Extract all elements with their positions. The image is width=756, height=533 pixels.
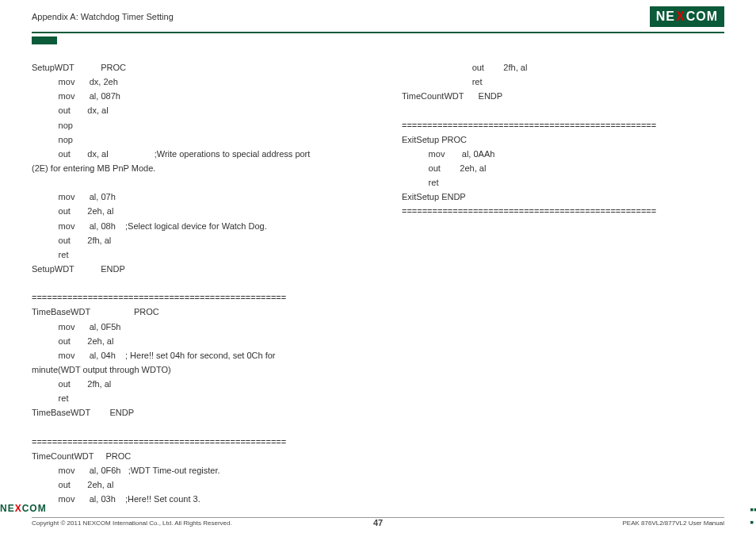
page-number: 47 [373,518,383,527]
appendix-title: Appendix A: Watchdog Timer Setting [32,12,174,21]
code-line: mov al, 0F6h ;WDT Time-out register. [32,463,354,477]
footer-squares-icon: ▪ ▪▪ [750,503,756,528]
code-line: out 2eh, al [32,477,354,492]
code-line: TimeCountWDT ENDP [402,89,724,103]
code-line: out 2fh, al [32,377,354,391]
header-divider [32,32,724,33]
code-line: SetupWDT ENDP [32,262,354,276]
code-line: mov al, 087h [32,89,354,103]
code-line: ret [32,247,354,262]
code-line: nop [32,132,354,147]
code-line: SetupWDT PROC [32,60,354,75]
code-content: SetupWDT PROC mov dx, 2eh mov al, 087h o… [0,44,756,506]
code-line: ========================================… [32,290,354,305]
code-line: TimeCountWDT PROC [32,449,354,463]
code-line: mov al, 04h ; Here!! set 04h for second,… [32,348,354,362]
accent-block [32,36,57,44]
code-line: ========================================… [32,435,354,449]
footer-logo: NEXCOM [0,503,47,514]
code-line: out 2fh, al [402,60,724,75]
code-line: mov al, 0F5h [32,320,354,334]
code-line: ExitSetup ENDP [402,190,724,204]
code-line: mov al, 03h ;Here!! Set count 3. [32,492,354,506]
code-line: (2E) for entering MB PnP Mode. [32,161,354,175]
code-line [402,103,724,117]
copyright-text: Copyright © 2011 NEXCOM International Co… [32,520,232,527]
code-line: ExitSetup PROC [402,132,724,147]
logo-com: COM [686,10,718,24]
logo-x: X [676,10,685,24]
code-line: out dx, al ;Write operations to special … [32,147,354,161]
code-line: TimeBaseWDT ENDP [32,405,354,420]
code-line: out 2eh, al [32,334,354,348]
nexcom-logo: NEXCOM [650,6,724,27]
code-line: out 2eh, al [32,204,354,218]
code-line: ret [32,391,354,405]
right-column: out 2fh, al retTimeCountWDT ENDP =======… [378,60,724,506]
code-line: minute(WDT output through WDTO) [32,362,354,377]
code-line: mov dx, 2eh [32,75,354,89]
code-line: mov al, 0AAh [402,147,724,161]
code-line: TimeBaseWDT PROC [32,305,354,319]
left-column: SetupWDT PROC mov dx, 2eh mov al, 087h o… [32,60,378,506]
code-line: ========================================… [402,204,724,218]
code-line: ========================================… [402,118,724,132]
code-line: mov al, 07h [32,190,354,204]
code-line [32,175,354,190]
code-line [32,420,354,435]
code-line [32,276,354,290]
code-line: ret [402,75,724,89]
logo-ne: NE [656,10,675,24]
code-line: mov al, 08h ;Select logical device for W… [32,219,354,233]
code-line: nop [32,118,354,132]
code-line: out 2eh, al [402,161,724,175]
code-line: out 2fh, al [32,233,354,247]
code-line: out dx, al [32,103,354,117]
code-line: ret [402,175,724,190]
manual-name: PEAK 876VL2/877VL2 User Manual [622,520,724,527]
